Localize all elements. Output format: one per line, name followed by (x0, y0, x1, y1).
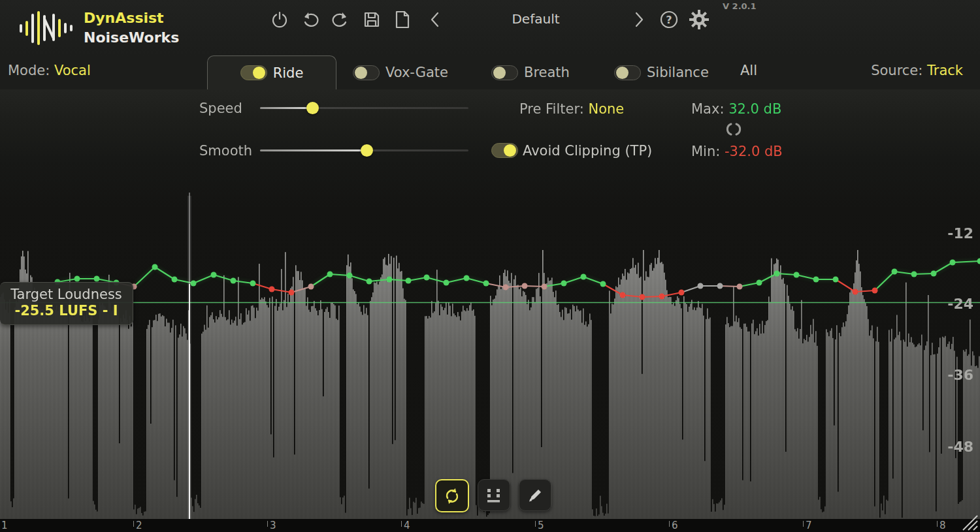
header-bar: DynAssist NoiseWorks Default ? (0, 0, 980, 55)
tab-breath[interactable]: Breath (491, 65, 570, 80)
edit-pencil-button[interactable] (519, 479, 551, 511)
breath-toggle[interactable] (491, 65, 518, 80)
ruler-tick (401, 521, 402, 527)
ruler-tick (535, 521, 536, 527)
max-gain-control[interactable]: Max: 32.0 dB (691, 101, 781, 117)
max-label: Max: (691, 101, 725, 117)
ruler-tick (669, 521, 670, 527)
save-icon[interactable] (360, 8, 384, 31)
db-axis-label: -24 (947, 296, 973, 312)
tab-breath-label: Breath (524, 65, 570, 80)
marquee-select-icon (485, 487, 502, 504)
timeline-ruler[interactable]: 12345678 (0, 519, 980, 532)
ruler-number: 1 (1, 520, 8, 531)
target-loudness-value: -25.5 LUFS - I (0, 303, 133, 319)
ruler-number: 4 (404, 520, 410, 531)
db-axis-label: -36 (947, 367, 973, 383)
min-label: Min: (691, 144, 720, 159)
tab-vox-gate[interactable]: Vox-Gate (353, 65, 448, 80)
redo-icon[interactable] (329, 8, 352, 31)
new-file-icon[interactable] (391, 8, 414, 31)
db-axis-label: -12 (947, 225, 973, 242)
ruler-number: 7 (806, 520, 812, 531)
tab-sibilance-label: Sibilance (647, 65, 709, 80)
resize-handle-icon[interactable] (959, 513, 979, 531)
target-loudness-title: Target Loudness (0, 287, 133, 302)
noiseworks-logo-icon (18, 10, 74, 46)
company-name: NoiseWorks (84, 29, 179, 46)
speed-slider[interactable] (260, 107, 468, 109)
tab-bar: Mode: Vocal Ride Vox-Gate Breath Sibilan… (0, 55, 980, 89)
speed-label: Speed (199, 101, 242, 116)
max-value: 32.0 dB (728, 101, 781, 117)
power-icon[interactable] (268, 8, 291, 31)
ruler-number: 6 (672, 520, 678, 531)
toggle-knob (616, 67, 629, 79)
preset-name[interactable]: Default (457, 11, 614, 27)
ruler-number: 3 (270, 520, 276, 531)
tab-vox-gate-label: Vox-Gate (385, 65, 448, 80)
unlink-range-icon[interactable] (723, 122, 745, 136)
brand-title: DynAssist (84, 10, 164, 26)
version-label: V 2.0.1 (723, 1, 757, 11)
ruler-tick (133, 521, 134, 527)
source-label: Source: (871, 63, 923, 78)
target-loudness-box[interactable]: Target Loudness -25.5 LUFS - I (0, 282, 133, 325)
smooth-label: Smooth (199, 143, 252, 159)
view-button-row (435, 479, 551, 512)
tab-ride-label: Ride (273, 65, 304, 81)
min-value: -32.0 dB (725, 144, 783, 159)
mode-value: Vocal (54, 63, 91, 78)
toggle-knob (253, 67, 265, 79)
mode-label: Mode: Vocal (8, 63, 91, 78)
ruler-number: 2 (136, 520, 142, 531)
prev-preset-icon[interactable] (423, 8, 447, 31)
tab-all[interactable]: All (740, 63, 757, 78)
help-icon[interactable]: ? (657, 8, 681, 31)
ruler-number: 5 (538, 520, 544, 531)
settings-icon[interactable] (687, 8, 711, 31)
slider-fill (260, 107, 312, 109)
pre-filter-label: Pre Filter: (519, 101, 584, 117)
marquee-select-button[interactable] (478, 479, 510, 511)
undo-icon[interactable] (299, 8, 322, 31)
ruler-tick (937, 521, 938, 527)
toggle-knob (493, 67, 506, 79)
auto-sync-icon (443, 487, 461, 505)
ruler-tick (803, 521, 804, 527)
tab-sibilance[interactable]: Sibilance (614, 65, 709, 80)
avoid-clipping-label: Avoid Clipping (TP) (523, 143, 652, 159)
toggle-knob (355, 67, 367, 79)
source-selector[interactable]: Source: Track (871, 63, 963, 78)
vox-gate-toggle[interactable] (353, 65, 380, 80)
slider-knob[interactable] (306, 102, 319, 114)
slider-fill (260, 149, 367, 151)
ruler-number: 8 (939, 520, 946, 531)
pre-filter-value: None (588, 101, 624, 117)
avoid-clipping-toggle[interactable] (491, 143, 518, 158)
plugin-window: DynAssist NoiseWorks Default ? (0, 0, 980, 532)
sibilance-toggle[interactable] (614, 65, 641, 80)
db-axis-label: -48 (947, 439, 973, 455)
min-gain-control[interactable]: Min: -32.0 dB (691, 144, 783, 159)
toggle-knob (504, 144, 516, 157)
ride-toggle[interactable] (240, 65, 267, 80)
pre-filter-control[interactable]: Pre Filter: None (519, 101, 624, 117)
mode-label-text: Mode: (8, 63, 50, 78)
next-preset-icon[interactable] (627, 8, 651, 31)
source-value: Track (927, 63, 963, 78)
svg-text:?: ? (666, 14, 672, 26)
auto-sync-button[interactable] (435, 479, 469, 512)
edit-pencil-icon (527, 487, 544, 504)
tab-ride[interactable]: Ride (207, 55, 336, 89)
smooth-slider[interactable] (260, 149, 468, 151)
ruler-tick (267, 521, 268, 527)
